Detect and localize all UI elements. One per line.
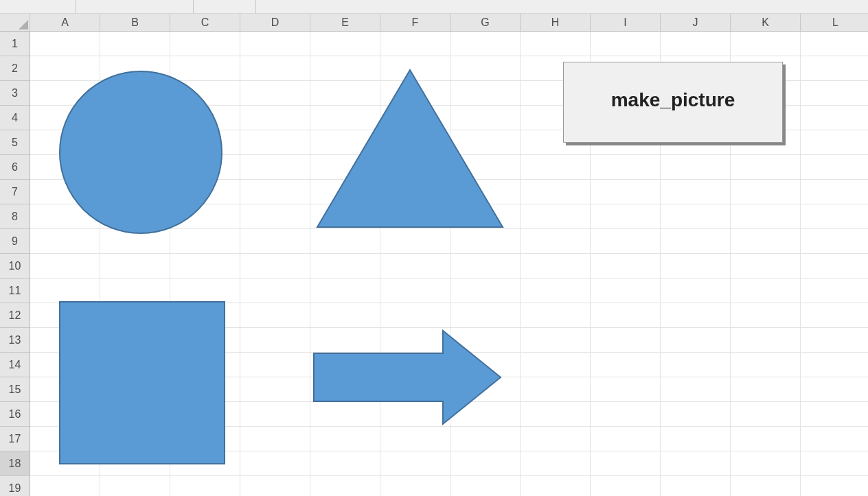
cell-H1[interactable]	[521, 32, 591, 56]
cell-K6[interactable]	[731, 155, 801, 180]
cell-L19[interactable]	[801, 476, 868, 496]
cell-D2[interactable]	[240, 56, 310, 81]
cell-L18[interactable]	[801, 451, 868, 476]
cell-L14[interactable]	[801, 353, 868, 377]
formula-input[interactable]	[256, 0, 868, 14]
row-header-3[interactable]: 3	[0, 81, 30, 106]
cell-H17[interactable]	[521, 427, 591, 451]
cell-L15[interactable]	[801, 377, 868, 402]
triangle-shape[interactable]	[315, 69, 505, 230]
cell-I9[interactable]	[591, 229, 661, 254]
cell-D3[interactable]	[240, 81, 310, 106]
cell-J18[interactable]	[661, 451, 731, 476]
cell-A10[interactable]	[30, 254, 100, 279]
cell-K16[interactable]	[731, 402, 801, 427]
cell-I1[interactable]	[591, 32, 661, 56]
col-header-I[interactable]: I	[591, 14, 661, 32]
cell-H14[interactable]	[521, 353, 591, 377]
cell-H9[interactable]	[521, 229, 591, 254]
cell-E9[interactable]	[310, 229, 380, 254]
cell-F1[interactable]	[380, 32, 450, 56]
cell-D6[interactable]	[240, 155, 310, 180]
cell-D5[interactable]	[240, 130, 310, 155]
cell-G19[interactable]	[450, 476, 521, 496]
cell-L3[interactable]	[801, 81, 868, 106]
cell-E17[interactable]	[310, 427, 380, 451]
cell-D17[interactable]	[240, 427, 310, 451]
cell-L9[interactable]	[801, 229, 868, 254]
cell-L6[interactable]	[801, 155, 868, 180]
cell-E11[interactable]	[310, 279, 380, 303]
row-header-4[interactable]: 4	[0, 106, 30, 130]
cell-I18[interactable]	[591, 451, 661, 476]
cell-J14[interactable]	[661, 353, 731, 377]
col-header-J[interactable]: J	[661, 14, 731, 32]
row-header-10[interactable]: 10	[0, 254, 30, 279]
cell-I12[interactable]	[591, 303, 661, 328]
cell-K8[interactable]	[731, 204, 801, 229]
cell-L4[interactable]	[801, 106, 868, 130]
cell-F9[interactable]	[380, 229, 450, 254]
cell-E18[interactable]	[310, 451, 380, 476]
cell-L17[interactable]	[801, 427, 868, 451]
cell-C1[interactable]	[170, 32, 240, 56]
col-header-C[interactable]: C	[170, 14, 240, 32]
cell-E19[interactable]	[310, 476, 380, 496]
cell-I6[interactable]	[591, 155, 661, 180]
cell-L12[interactable]	[801, 303, 868, 328]
cell-I17[interactable]	[591, 427, 661, 451]
col-header-G[interactable]: G	[450, 14, 521, 32]
rectangle-shape[interactable]	[59, 301, 225, 464]
cell-I7[interactable]	[591, 180, 661, 204]
cell-J16[interactable]	[661, 402, 731, 427]
row-header-13[interactable]: 13	[0, 328, 30, 353]
cell-D13[interactable]	[240, 328, 310, 353]
cell-K1[interactable]	[731, 32, 801, 56]
cell-L2[interactable]	[801, 56, 868, 81]
row-header-6[interactable]: 6	[0, 155, 30, 180]
cell-A19[interactable]	[30, 476, 100, 496]
col-header-A[interactable]: A	[30, 14, 100, 32]
cell-D11[interactable]	[240, 279, 310, 303]
cell-J10[interactable]	[661, 254, 731, 279]
row-header-2[interactable]: 2	[0, 56, 30, 81]
cell-H8[interactable]	[521, 204, 591, 229]
cell-I11[interactable]	[591, 279, 661, 303]
cell-D16[interactable]	[240, 402, 310, 427]
cell-J11[interactable]	[661, 279, 731, 303]
cell-J17[interactable]	[661, 427, 731, 451]
cell-J13[interactable]	[661, 328, 731, 353]
cell-J8[interactable]	[661, 204, 731, 229]
cell-G17[interactable]	[450, 427, 521, 451]
cell-H13[interactable]	[521, 328, 591, 353]
right-arrow-shape[interactable]	[312, 329, 503, 425]
cell-H6[interactable]	[521, 155, 591, 180]
cell-L10[interactable]	[801, 254, 868, 279]
row-header-19[interactable]: 19	[0, 476, 30, 496]
oval-shape[interactable]	[58, 70, 223, 235]
cell-I13[interactable]	[591, 328, 661, 353]
cell-K11[interactable]	[731, 279, 801, 303]
cell-B1[interactable]	[100, 32, 170, 56]
name-box[interactable]	[0, 0, 76, 14]
cell-F19[interactable]	[380, 476, 450, 496]
cell-E1[interactable]	[310, 32, 380, 56]
row-header-5[interactable]: 5	[0, 130, 30, 155]
col-header-H[interactable]: H	[521, 14, 591, 32]
cell-H11[interactable]	[521, 279, 591, 303]
col-header-E[interactable]: E	[310, 14, 380, 32]
cell-B11[interactable]	[100, 279, 170, 303]
make-picture-button[interactable]: make_picture	[563, 62, 783, 143]
col-header-B[interactable]: B	[100, 14, 170, 32]
col-header-F[interactable]: F	[380, 14, 450, 32]
cell-D1[interactable]	[240, 32, 310, 56]
cell-E12[interactable]	[310, 303, 380, 328]
cell-I19[interactable]	[591, 476, 661, 496]
row-header-18[interactable]: 18	[0, 451, 30, 476]
cell-I15[interactable]	[591, 377, 661, 402]
cell-J12[interactable]	[661, 303, 731, 328]
cell-C10[interactable]	[170, 254, 240, 279]
row-header-7[interactable]: 7	[0, 180, 30, 204]
cell-L1[interactable]	[801, 32, 868, 56]
cell-F17[interactable]	[380, 427, 450, 451]
